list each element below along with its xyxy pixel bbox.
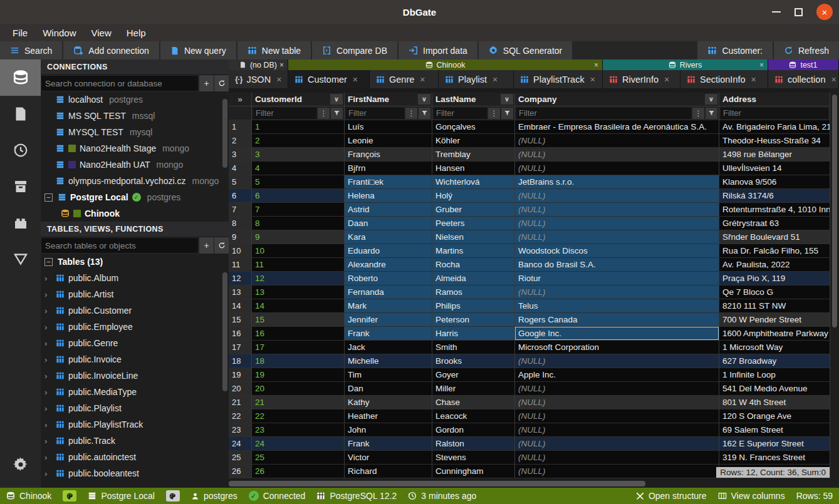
new-query-button[interactable]: New query: [160, 41, 237, 59]
cell-id[interactable]: 6: [252, 189, 345, 203]
tab-customer[interactable]: Customer×: [288, 70, 370, 88]
table-item[interactable]: ›public.Track: [41, 433, 229, 449]
column-header-firstname[interactable]: FirstName∨: [345, 93, 432, 106]
row-number[interactable]: 14: [229, 299, 252, 313]
tab-group-chinook[interactable]: Chinook ×: [288, 59, 603, 70]
filter-menu-icon[interactable]: ⋮: [318, 108, 330, 119]
cell-first[interactable]: John: [345, 423, 432, 437]
expand-columns-button[interactable]: »: [229, 93, 252, 106]
cell-last[interactable]: Chase: [432, 396, 515, 409]
row-number[interactable]: 26: [229, 465, 252, 478]
cell-address[interactable]: Klanova 9/506: [719, 175, 830, 189]
table-item[interactable]: ›public.Artist: [41, 286, 229, 302]
cell-last[interactable]: Leacock: [432, 409, 515, 423]
cell-address[interactable]: Av. Paulista, 2022: [719, 258, 830, 272]
cell-company[interactable]: Apple Inc.: [515, 368, 719, 382]
filter-triangle-nav-icon[interactable]: [0, 241, 41, 277]
row-number[interactable]: 2: [229, 134, 252, 148]
settings-gear-icon[interactable]: [0, 446, 41, 483]
chevron-right-icon[interactable]: ›: [44, 453, 52, 462]
cell-company[interactable]: (NULL): [515, 382, 719, 396]
row-number[interactable]: 11: [229, 258, 252, 272]
row-number[interactable]: 20: [229, 382, 252, 396]
cell-id[interactable]: 23: [252, 423, 345, 437]
chevron-right-icon[interactable]: ›: [44, 322, 52, 332]
cell-first[interactable]: Mark: [345, 299, 432, 313]
cell-address[interactable]: 541 Del Medio Avenue: [719, 382, 830, 396]
cell-last[interactable]: Wichterlová: [432, 175, 515, 189]
cell-company[interactable]: JetBrains s.r.o.: [515, 175, 719, 189]
menu-view[interactable]: View: [85, 26, 118, 40]
cell-company[interactable]: (NULL): [515, 396, 719, 409]
cell-company[interactable]: (NULL): [515, 354, 719, 368]
cell-last[interactable]: Hansen: [432, 162, 515, 175]
table-item[interactable]: ›public.Genre: [41, 335, 229, 351]
search-button[interactable]: Search: [0, 41, 63, 59]
connection-item[interactable]: Nano2Health Stagemongo: [41, 140, 229, 157]
cell-address[interactable]: Grétrystraat 63: [719, 217, 830, 230]
new-table-button[interactable]: New table: [237, 41, 312, 59]
row-number[interactable]: 7: [229, 203, 252, 217]
cell-first[interactable]: Jack: [345, 341, 432, 354]
connection-item[interactable]: MS SQL TESTmssql: [41, 108, 229, 124]
horizontal-scrollbar[interactable]: [229, 480, 830, 488]
cell-last[interactable]: Ralston: [432, 437, 515, 451]
cell-last[interactable]: Peeters: [432, 217, 515, 230]
cell-first[interactable]: Leonie: [345, 134, 432, 148]
cell-last[interactable]: Rocha: [432, 258, 515, 272]
row-number[interactable]: 19: [229, 368, 252, 382]
row-number[interactable]: 24: [229, 437, 252, 451]
cell-id[interactable]: 20: [252, 382, 345, 396]
cell-company[interactable]: (NULL): [515, 162, 719, 175]
tab-group-nodb[interactable]: (no DB) ×: [229, 59, 288, 70]
row-number[interactable]: 25: [229, 451, 252, 465]
row-number[interactable]: 8: [229, 217, 252, 230]
cell-id[interactable]: 11: [252, 258, 345, 272]
cell-address[interactable]: 120 S Orange Ave: [719, 409, 830, 423]
connection-item[interactable]: Nano2Health UATmongo: [41, 157, 229, 173]
cell-company[interactable]: Rogers Canada: [515, 313, 719, 327]
cell-id[interactable]: 19: [252, 368, 345, 382]
row-number[interactable]: 3: [229, 148, 252, 162]
tab-group-test1[interactable]: test1: [768, 59, 839, 70]
tab-riverinfo[interactable]: RiverInfo×: [603, 70, 680, 88]
cell-company[interactable]: (NULL): [515, 189, 719, 203]
cell-id[interactable]: 5: [252, 175, 345, 189]
status-database[interactable]: Chinook: [6, 491, 51, 501]
cell-id[interactable]: 7: [252, 203, 345, 217]
cell-last[interactable]: Martins: [432, 244, 515, 258]
table-item[interactable]: ›public.PlaylistTrack: [41, 416, 229, 433]
cell-first[interactable]: Jennifer: [345, 313, 432, 327]
filter-menu-icon[interactable]: ⋮: [488, 108, 500, 119]
tab-group-rivers[interactable]: Rivers ×: [603, 59, 768, 70]
chevron-right-icon[interactable]: ›: [44, 306, 52, 316]
cell-first[interactable]: Kathy: [345, 396, 432, 409]
tab-json[interactable]: {·}JSON×: [229, 70, 288, 88]
connections-scrollbar[interactable]: [222, 99, 227, 168]
tables-group[interactable]: − Tables (13): [41, 254, 229, 270]
cell-last[interactable]: Peterson: [432, 313, 515, 327]
cell-last[interactable]: Gordon: [432, 423, 515, 437]
cell-address[interactable]: 69 Salem Street: [719, 423, 830, 437]
cell-first[interactable]: Astrid: [345, 203, 432, 217]
chevron-right-icon[interactable]: ›: [44, 388, 52, 397]
cell-address[interactable]: 1600 Amphitheatre Parkway: [719, 327, 830, 341]
close-icon[interactable]: ×: [664, 75, 669, 85]
chevron-right-icon[interactable]: ›: [44, 469, 52, 478]
close-icon[interactable]: ×: [759, 61, 764, 69]
history-nav-icon[interactable]: [0, 132, 41, 168]
row-number[interactable]: 15: [229, 313, 252, 327]
collapse-icon[interactable]: −: [44, 258, 53, 266]
maximize-button[interactable]: [795, 8, 803, 16]
row-number[interactable]: 16: [229, 327, 252, 341]
cell-first[interactable]: Fernanda: [345, 285, 432, 299]
row-number[interactable]: 18: [229, 354, 252, 368]
cell-company[interactable]: (NULL): [515, 437, 719, 451]
cell-first[interactable]: Luís: [345, 120, 432, 134]
chevron-right-icon[interactable]: ›: [44, 371, 52, 381]
table-item[interactable]: ›public.Album: [41, 270, 229, 286]
cell-company[interactable]: (NULL): [515, 285, 719, 299]
archive-nav-icon[interactable]: [0, 168, 41, 205]
cell-first[interactable]: Frank: [345, 437, 432, 451]
refresh-connections-button[interactable]: [214, 75, 229, 91]
